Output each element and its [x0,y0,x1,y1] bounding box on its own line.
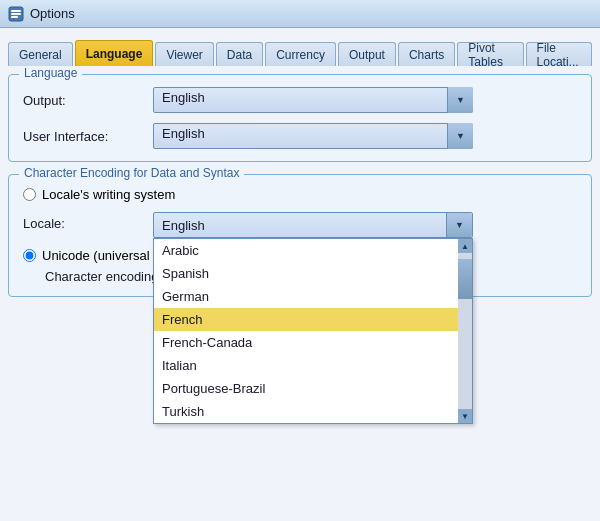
main-window: General Language Viewer Data Currency Ou… [0,28,600,521]
locale-writing-radio[interactable] [23,188,36,201]
char-encoding-section: Character Encoding for Data and Syntax L… [8,174,592,297]
locale-dropdown-container: English Arabic Spanish German French Fre… [153,212,473,238]
tab-viewer[interactable]: Viewer [155,42,213,66]
tab-language[interactable]: Language [75,40,154,66]
title-bar: Options [0,0,600,28]
locale-writing-row: Locale's writing system [23,187,577,202]
locale-dropdown-arrow [446,213,472,237]
tab-charts[interactable]: Charts [398,42,455,66]
scrollbar-thumb[interactable] [458,259,472,299]
svg-rect-3 [11,16,18,18]
tab-general[interactable]: General [8,42,73,66]
user-interface-select[interactable]: English [153,123,473,149]
user-interface-label: User Interface: [23,129,153,144]
output-label: Output: [23,93,153,108]
svg-rect-1 [11,10,21,12]
user-interface-select-value: English [162,126,205,141]
tab-data[interactable]: Data [216,42,263,66]
tab-bar: General Language Viewer Data Currency Ou… [8,36,592,66]
app-icon [8,6,24,22]
locale-option-turkish[interactable]: Turkish [154,400,472,423]
tab-file-location[interactable]: File Locati... [526,42,592,66]
output-select[interactable]: English [153,87,473,113]
char-encoding-title: Character Encoding for Data and Syntax [19,166,244,180]
language-section: Language Output: English User Interface:… [8,74,592,162]
tab-pivot-tables[interactable]: Pivot Tables [457,42,523,66]
scrollbar-track[interactable]: ▲ ▼ [458,239,472,423]
unicode-radio[interactable] [23,249,36,262]
user-interface-row: User Interface: English [23,123,577,149]
locale-options-list: Arabic Spanish German French French-Cana… [154,239,472,423]
locale-dropdown-value: English [162,218,205,233]
locale-dropdown-header[interactable]: English [153,212,473,238]
window-title: Options [30,6,75,21]
locale-dropdown-list: Arabic Spanish German French French-Cana… [153,238,473,424]
locale-option-french-canada[interactable]: French-Canada [154,331,472,354]
locale-row: Locale: English Arabic Spanish German Fr… [23,212,577,238]
language-section-title: Language [19,66,82,80]
user-interface-select-wrapper: English [153,123,473,149]
locale-writing-label: Locale's writing system [42,187,175,202]
locale-option-italian[interactable]: Italian [154,354,472,377]
locale-option-german[interactable]: German [154,285,472,308]
output-select-value: English [162,90,205,105]
locale-label: Locale: [23,212,153,231]
locale-option-french[interactable]: French [154,308,472,331]
output-row: Output: English [23,87,577,113]
tab-currency[interactable]: Currency [265,42,336,66]
svg-rect-2 [11,13,21,15]
locale-option-arabic[interactable]: Arabic [154,239,472,262]
locale-option-spanish[interactable]: Spanish [154,262,472,285]
locale-option-portuguese-brazil[interactable]: Portuguese-Brazil [154,377,472,400]
output-select-wrapper: English [153,87,473,113]
tab-output[interactable]: Output [338,42,396,66]
